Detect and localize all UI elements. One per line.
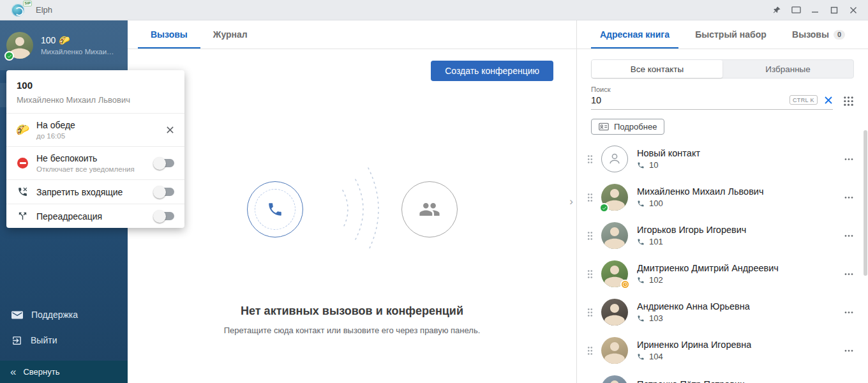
user-name: Михайленко Михаи… [41, 48, 114, 56]
contact-menu-button[interactable] [840, 154, 858, 165]
block-incoming-icon [17, 186, 29, 197]
details-button[interactable]: Подробнее [591, 119, 664, 135]
contact-row[interactable]: Михайленко Михаил Львович 100 [577, 178, 868, 216]
maximize-button[interactable] [825, 2, 844, 19]
phone-icon [637, 238, 645, 246]
clear-status-button[interactable] [166, 126, 174, 134]
popup-extension: 100 [17, 80, 174, 91]
contact-menu-button[interactable] [840, 269, 858, 280]
app-window: SIP Elph [0, 0, 868, 383]
block-incoming-toggle[interactable] [155, 188, 174, 196]
main-area: Вызовы Журнал Создать конференцию [128, 20, 577, 383]
people-icon [419, 199, 440, 220]
forwarding-toggle[interactable] [155, 212, 174, 220]
contact-number: 103 [649, 313, 663, 323]
drag-handle-icon[interactable] [587, 346, 593, 356]
dialpad-grid-icon[interactable] [843, 96, 854, 107]
drag-handle-icon[interactable] [587, 269, 593, 279]
tab-journal[interactable]: Журнал [200, 20, 260, 49]
support-label: Поддержка [31, 310, 78, 320]
drag-handle-icon[interactable] [587, 154, 593, 164]
filter-favorites[interactable]: Избранные [722, 60, 853, 78]
contact-avatar [601, 299, 628, 326]
contact-menu-button[interactable] [840, 307, 858, 318]
dnd-sublabel: Отключает все уведомления [36, 165, 135, 173]
calls-count-badge: 0 [834, 30, 845, 40]
phone-icon [637, 353, 645, 361]
tab-speed-dial[interactable]: Быстрый набор [686, 20, 775, 49]
contact-row[interactable]: Андриенко Анна Юрьевна 103 [577, 293, 868, 331]
user-extension: 100 [41, 35, 56, 45]
contact-menu-button[interactable] [840, 192, 858, 203]
create-conference-button[interactable]: Создать конференцию [431, 61, 553, 81]
phone-icon [267, 201, 283, 218]
contacts-list: Новый контакт 10 [577, 140, 868, 383]
right-panel: Адресная книга Быстрый набор Вызовы 0 Вс… [577, 20, 868, 383]
block-incoming-row[interactable]: Запретить входящие [6, 180, 184, 204]
dnd-toggle[interactable] [155, 159, 174, 167]
contact-avatar [601, 337, 628, 364]
clear-search-button[interactable] [824, 96, 833, 105]
contact-avatar [601, 184, 628, 211]
contact-row[interactable]: Дмитриенко Дмитрий Андреевич 102 [577, 255, 868, 293]
contact-avatar [601, 260, 628, 287]
contact-name: Ириненко Ирина Игоревна [637, 340, 751, 350]
contact-number: 10 [649, 160, 658, 170]
user-status-popup: 100 Михайленко Михаил Львович 🌮 На обеде… [6, 70, 184, 228]
close-button[interactable] [844, 2, 863, 19]
presence-away-icon [620, 280, 630, 289]
phone-icon [637, 200, 645, 207]
contact-row[interactable]: Петренко Пётр Петрович [577, 370, 868, 383]
contact-name: Дмитриенко Дмитрий Андреевич [637, 263, 779, 273]
drag-handle-icon[interactable] [587, 308, 593, 317]
titlebar: SIP Elph [0, 0, 868, 20]
call-circle [247, 181, 303, 237]
tab-calls[interactable]: Вызовы [138, 20, 200, 49]
elph-logo-icon [11, 4, 24, 17]
contact-row[interactable]: Новый контакт 10 [577, 140, 868, 178]
collapse-sidebar-button[interactable]: « Свернуть [0, 361, 128, 383]
phone-icon [637, 161, 645, 169]
screenshot-icon[interactable] [786, 2, 805, 19]
profile-menu-trigger[interactable]: 100 🌮 Михайленко Михаи… [0, 20, 128, 70]
dnd-icon [17, 158, 28, 169]
contact-name: Андриенко Анна Юрьевна [637, 301, 750, 312]
contact-name: Игорьков Игорь Игоревич [637, 225, 746, 235]
user-avatar [6, 32, 33, 59]
drag-handle-icon[interactable] [587, 193, 593, 202]
contact-name: Михайленко Михаил Львович [637, 186, 764, 197]
contact-avatar [601, 222, 628, 249]
filter-all-contacts[interactable]: Все контакты [592, 60, 722, 78]
app-logo-icon: SIP [11, 3, 28, 18]
status-until: до 16:05 [36, 132, 75, 140]
support-button[interactable]: Поддержка [0, 302, 128, 327]
minimize-button[interactable] [805, 2, 825, 19]
signal-arcs-icon [335, 155, 385, 264]
scrollbar-thumb[interactable] [864, 130, 867, 276]
double-chevron-left-icon: « [10, 366, 16, 377]
contact-number: 102 [649, 275, 663, 285]
contacts-filter: Все контакты Избранные [591, 59, 854, 79]
contact-menu-button[interactable] [840, 230, 858, 241]
collapse-right-panel-handle[interactable]: › [567, 193, 576, 211]
contact-card-icon [599, 123, 609, 131]
drag-handle-icon[interactable] [587, 231, 593, 241]
logout-button[interactable]: Выйти [0, 327, 128, 353]
search-input[interactable] [591, 95, 736, 105]
pin-icon[interactable] [767, 2, 786, 19]
forwarding-row[interactable]: Переадресация [6, 204, 184, 228]
tab-calls-right[interactable]: Вызовы 0 [783, 20, 854, 49]
current-status-row[interactable]: 🌮 На обеде до 16:05 [6, 114, 184, 147]
contact-row[interactable]: Ириненко Ирина Игоревна 104 [577, 331, 868, 370]
contact-menu-button[interactable] [840, 345, 858, 356]
window-controls [767, 2, 863, 19]
conference-circle [401, 181, 458, 237]
dnd-row[interactable]: Не беспокоить Отключает все уведомления [6, 147, 184, 180]
status-label: На обеде [36, 120, 75, 130]
block-incoming-label: Запретить входящие [36, 187, 123, 197]
contact-name: Петренко Пётр Петрович [637, 379, 745, 383]
contact-number: 100 [649, 199, 663, 208]
contact-row[interactable]: Игорьков Игорь Игоревич 101 [577, 216, 868, 255]
empty-state-graphic [128, 155, 576, 264]
tab-address-book[interactable]: Адресная книга [591, 20, 678, 49]
